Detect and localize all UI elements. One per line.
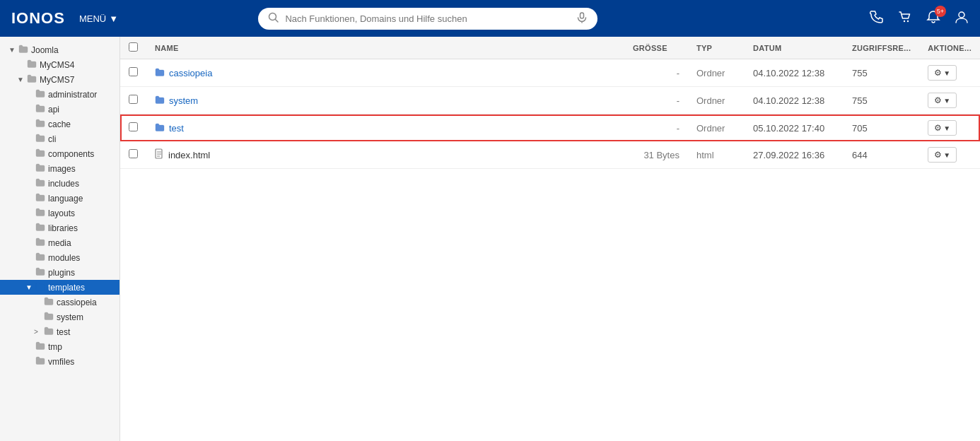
sidebar-item-mycms4[interactable]: MyCMS4 [0,57,119,72]
col-name[interactable]: NAME [146,37,624,59]
table-row: cassiopeia -Ordner04.10.2022 12:38755⚙ ▼ [120,59,980,87]
cart-icon[interactable] [898,10,912,28]
col-date[interactable]: DATUM [745,37,844,59]
file-name-index-html[interactable]: index.html [155,148,616,161]
sidebar-item-label: language [48,194,83,204]
folder-icon [35,178,45,189]
folder-icon [35,193,45,204]
action-button-index-html[interactable]: ⚙ ▼ [928,147,957,163]
sidebar-item-label: tmp [48,342,62,352]
folder-icon [27,59,37,70]
folder-name-test[interactable]: test [155,123,616,134]
sidebar-item-layouts[interactable]: layouts [0,206,119,220]
sidebar-item-templates[interactable]: ▼templates [0,280,119,295]
table-row: index.html 31 Byteshtml27.09.2022 16:366… [120,141,980,169]
file-type: html [688,141,745,169]
folder-name-system[interactable]: system [155,95,616,106]
folder-icon [35,119,45,129]
menu-button[interactable]: MENÜ ▼ [79,13,118,24]
sidebar-item-tmp[interactable]: tmp [0,339,119,354]
folder-icon [155,123,165,134]
svg-point-6 [959,12,964,18]
sidebar-item-language[interactable]: language [0,191,119,206]
row-checkbox-test[interactable] [129,122,138,131]
sidebar-item-cli[interactable]: cli [0,131,119,146]
item-name: index.html [168,150,210,160]
sidebar-item-label: cli [48,134,56,144]
sidebar-item-vmfiles[interactable]: vmfiles [0,354,119,369]
sidebar-item-cassiopeia[interactable]: cassiopeia [0,295,119,310]
sidebar-item-label: MyCMS4 [40,60,74,70]
sidebar-item-components[interactable]: components [0,146,119,161]
file-type: Ordner [688,87,745,114]
sidebar-item-media[interactable]: media [0,235,119,250]
sidebar-item-label: components [48,149,94,159]
file-access: 755 [844,59,919,87]
table-header: NAME GRÖSSE TYP DATUM ZUGRIFFSRE... AKTI… [120,37,980,59]
file-size: - [624,59,688,87]
action-button-test[interactable]: ⚙ ▼ [928,120,957,136]
row-checkbox-system[interactable] [129,95,138,104]
file-date: 05.10.2022 17:40 [745,114,844,142]
search-bar [258,8,597,30]
row-checkbox-index-html[interactable] [129,149,138,158]
table-row: system -Ordner04.10.2022 12:38755⚙ ▼ [120,87,980,114]
col-actions: AKTIONE... [919,37,980,59]
sidebar-item-modules[interactable]: modules [0,250,119,265]
file-date: 27.09.2022 16:36 [745,141,844,169]
phone-icon[interactable] [870,10,884,28]
sidebar-item-api[interactable]: api [0,102,119,117]
sidebar-item-label: includes [48,179,79,189]
col-size[interactable]: GRÖSSE [624,37,688,59]
select-all-checkbox[interactable] [129,42,138,52]
folder-icon [35,104,45,114]
sidebar-item-label: cache [48,119,71,129]
sidebar-item-libraries[interactable]: libraries [0,220,119,235]
sidebar-item-administrator[interactable]: administrator [0,87,119,102]
sidebar-item-plugins[interactable]: plugins [0,265,119,280]
col-type[interactable]: TYP [688,37,745,59]
sidebar-item-includes[interactable]: includes [0,176,119,191]
toggle-icon: > [34,328,41,336]
sidebar-item-images[interactable]: images [0,161,119,176]
col-checkbox [120,37,146,59]
sidebar-item-label: test [57,327,70,337]
folder-name-cassiopeia[interactable]: cassiopeia [155,68,616,78]
folder-icon [35,163,45,174]
notification-badge: 5+ [935,6,946,17]
search-icon [268,12,279,25]
file-size: 31 Bytes [624,141,688,169]
sidebar-item-label: api [48,105,59,114]
sidebar-item-label: MyCMS7 [40,75,74,85]
sidebar-item-test[interactable]: >test [0,324,119,339]
sidebar-item-label: libraries [48,223,78,233]
sidebar-item-label: system [57,312,83,322]
item-name: test [169,123,184,134]
folder-icon [35,341,45,352]
file-date: 04.10.2022 12:38 [745,59,844,87]
file-table: NAME GRÖSSE TYP DATUM ZUGRIFFSRE... AKTI… [120,37,980,169]
svg-line-1 [276,19,279,22]
row-checkbox-cassiopeia[interactable] [129,67,138,76]
sidebar-item-cache[interactable]: cache [0,117,119,131]
sidebar-item-joomla[interactable]: ▼Joomla [0,42,119,57]
folder-icon [35,89,45,100]
sidebar-item-mycms7[interactable]: ▼MyCMS7 [0,72,119,87]
sidebar-item-system[interactable]: system [0,310,119,324]
action-button-system[interactable]: ⚙ ▼ [928,93,957,108]
file-type: Ordner [688,114,745,142]
folder-icon [155,95,165,106]
sidebar-item-label: Joomla [31,45,59,55]
folder-icon [35,208,45,218]
folder-icon [35,356,45,367]
table-row: test -Ordner05.10.2022 17:40705⚙ ▼ [120,114,980,142]
user-icon[interactable] [955,10,969,28]
notification-icon[interactable]: 5+ [926,10,940,28]
col-access[interactable]: ZUGRIFFSRE... [844,37,919,59]
toggle-icon: ▼ [8,46,16,54]
folder-icon [35,252,45,263]
sidebar-item-label: administrator [48,90,97,100]
search-input[interactable] [285,13,571,24]
sidebar-item-label: vmfiles [48,357,74,367]
action-button-cassiopeia[interactable]: ⚙ ▼ [928,65,957,81]
